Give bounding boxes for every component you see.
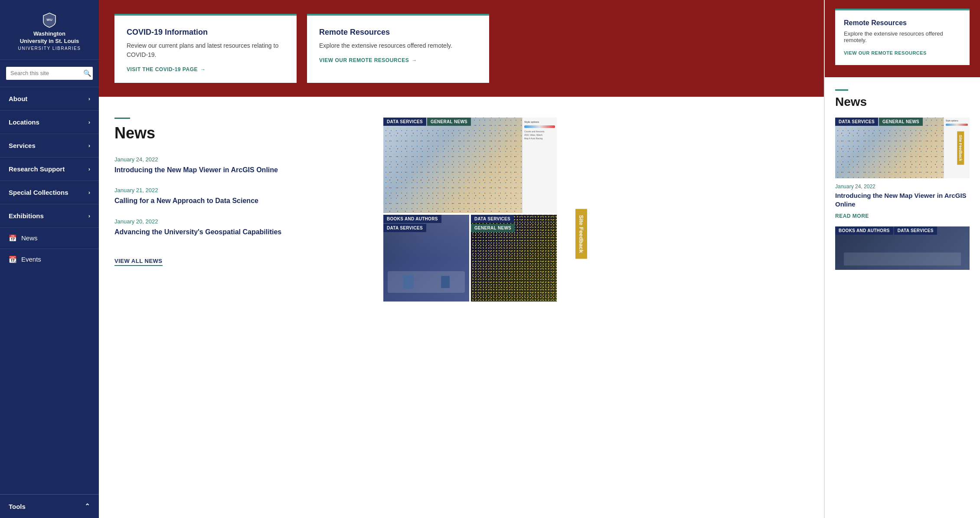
chevron-icon: › xyxy=(88,213,90,219)
right-news-title: Introducing the New Map Viewer in ArcGIS… xyxy=(835,191,970,208)
nav-label-events: Events xyxy=(21,256,41,263)
tag-data-services-2: DATA SERVICES xyxy=(383,224,426,232)
news-heading: News xyxy=(114,124,366,142)
aerial-image-tags: DATA SERVICES GENERAL NEWS xyxy=(471,215,557,232)
search-bar[interactable]: 🔍 xyxy=(6,67,93,80)
news-left-column: News January 24, 2022 Introducing the Ne… xyxy=(114,118,366,302)
news-icon: 📅 xyxy=(9,234,17,242)
right-news-heading: News xyxy=(835,95,970,109)
logo-area: WU Washington University in St. Louis UN… xyxy=(0,0,99,60)
right-news-tags: DATA SERVICES GENERAL NEWS xyxy=(835,118,923,126)
remote-resources-card: Remote Resources Explore the extensive r… xyxy=(307,14,489,83)
nav-item-news[interactable]: 📅 News xyxy=(0,227,99,249)
right-tag-books: BOOKS AND AUTHORS xyxy=(835,226,893,235)
tag-general-news: GENERAL NEWS xyxy=(427,118,471,126)
news-date-3: January 20, 2022 xyxy=(114,218,366,225)
right-tag-general-news: GENERAL NEWS xyxy=(879,118,923,126)
right-tag-data-services-2: DATA SERVICES xyxy=(894,226,937,235)
remote-card-desc: Explore the extensive resources offered … xyxy=(319,41,477,50)
news-right-column: Style options Counts and Amounts2021 Vid… xyxy=(383,118,557,302)
right-news-section: News Style options DATA SERVICES GENERAL… xyxy=(825,77,980,282)
nav-item-research-support[interactable]: Research Support › xyxy=(0,157,99,180)
right-news-item-1: January 24, 2022 Introducing the New Map… xyxy=(835,184,970,220)
news-item-1: January 24, 2022 Introducing the New Map… xyxy=(114,156,366,175)
nav-label-tools: Tools xyxy=(9,503,26,510)
section-accent-bar xyxy=(114,118,130,119)
chevron-icon: › xyxy=(88,189,90,196)
nav-label-locations: Locations xyxy=(9,118,39,126)
remote-card-link[interactable]: VIEW OUR REMOTE RESOURCES xyxy=(319,57,477,63)
news-title-1[interactable]: Introducing the New Map Viewer in ArcGIS… xyxy=(114,165,366,175)
logo-title: Washington xyxy=(9,30,90,38)
covid-card-desc: Review our current plans and latest reso… xyxy=(127,41,284,59)
news-item-3: January 20, 2022 Advancing the Universit… xyxy=(114,218,366,237)
right-news-date: January 24, 2022 xyxy=(835,184,970,190)
tag-data-services-3: DATA SERVICES xyxy=(471,215,514,223)
nav-item-events[interactable]: 📆 Events xyxy=(0,249,99,270)
right-hero-card: Remote Resources Explore the extensive r… xyxy=(835,9,970,65)
nav-item-locations[interactable]: Locations › xyxy=(0,110,99,134)
nav-label-exhibitions: Exhibitions xyxy=(9,212,44,220)
site-feedback-tab[interactable]: Site Feedback xyxy=(575,209,587,259)
right-office-tags: BOOKS AND AUTHORS DATA SERVICES xyxy=(835,226,937,235)
right-accent-bar xyxy=(835,89,848,91)
right-site-feedback[interactable]: Site Feedback xyxy=(957,131,964,165)
nav-label-research-support: Research Support xyxy=(9,165,65,173)
news-bottom-images: BOOKS AND AUTHORS DATA SERVICES DATA SER… xyxy=(383,215,557,302)
tag-general-news-2: GENERAL NEWS xyxy=(471,224,515,232)
chevron-icon: › xyxy=(88,142,90,149)
logo-subtitle: University in St. Louis xyxy=(9,38,90,45)
search-button[interactable]: 🔍 xyxy=(83,69,91,77)
news-section: News January 24, 2022 Introducing the Ne… xyxy=(99,97,824,322)
chevron-icon: › xyxy=(88,119,90,125)
events-icon: 📆 xyxy=(9,256,17,263)
chevron-up-icon: ⌃ xyxy=(85,502,90,510)
main-content: COVID-19 Information Review our current … xyxy=(99,0,824,518)
nav-label-special-collections: Special Collections xyxy=(9,189,69,196)
sidebar-bottom: Tools ⌃ xyxy=(0,494,99,518)
right-news-image-office: BOOKS AND AUTHORS DATA SERVICES xyxy=(835,226,970,270)
view-all-news-link[interactable]: VIEW ALL NEWS xyxy=(114,258,163,266)
news-image-map: Style options Counts and Amounts2021 Vid… xyxy=(383,118,557,213)
remote-card-title: Remote Resources xyxy=(319,28,477,37)
svg-text:WU: WU xyxy=(46,18,52,22)
right-hero-title: Remote Resources xyxy=(844,19,961,27)
nav-item-services[interactable]: Services › xyxy=(0,134,99,157)
right-panel: Remote Resources Explore the extensive r… xyxy=(824,0,980,518)
chevron-icon: › xyxy=(88,166,90,172)
news-image-tags: DATA SERVICES GENERAL NEWS xyxy=(383,118,471,126)
news-image-office: BOOKS AND AUTHORS DATA SERVICES xyxy=(383,215,469,302)
right-banner: Remote Resources Explore the extensive r… xyxy=(825,0,980,77)
nav-label-services: Services xyxy=(9,142,36,149)
hero-banner: COVID-19 Information Review our current … xyxy=(99,0,824,97)
covid-card-title: COVID-19 Information xyxy=(127,28,284,37)
nav-label-about: About xyxy=(9,95,27,102)
nav-item-exhibitions[interactable]: Exhibitions › xyxy=(0,204,99,227)
news-date-1: January 24, 2022 xyxy=(114,156,366,163)
tag-books-authors: BOOKS AND AUTHORS xyxy=(383,215,441,223)
sidebar: WU Washington University in St. Louis UN… xyxy=(0,0,99,518)
nav-item-tools[interactable]: Tools ⌃ xyxy=(0,495,99,518)
nav-item-special-collections[interactable]: Special Collections › xyxy=(0,180,99,204)
news-title-2[interactable]: Calling for a New Approach to Data Scien… xyxy=(114,196,366,206)
nav-label-news: News xyxy=(21,234,38,242)
news-title-3[interactable]: Advancing the University's Geospatial Ca… xyxy=(114,227,366,237)
news-image-aerial: DATA SERVICES GENERAL NEWS xyxy=(471,215,557,302)
covid-card: COVID-19 Information Review our current … xyxy=(114,14,297,83)
search-input[interactable] xyxy=(10,70,83,76)
right-tag-data-services: DATA SERVICES xyxy=(835,118,878,126)
main-nav: About › Locations › Services › Research … xyxy=(0,87,99,270)
nav-item-about[interactable]: About › xyxy=(0,87,99,110)
right-hero-link[interactable]: VIEW OUR REMOTE RESOURCES xyxy=(844,50,927,56)
covid-card-link[interactable]: VISIT THE COVID-19 PAGE xyxy=(127,66,284,72)
office-image-tags: BOOKS AND AUTHORS DATA SERVICES xyxy=(383,215,469,232)
news-date-2: January 21, 2022 xyxy=(114,187,366,193)
news-item-2: January 21, 2022 Calling for a New Appro… xyxy=(114,187,366,206)
tag-data-services: DATA SERVICES xyxy=(383,118,426,126)
right-news-image-map: Style options DATA SERVICES GENERAL NEWS… xyxy=(835,118,970,178)
chevron-icon: › xyxy=(88,95,90,102)
logo-shield-icon: WU xyxy=(42,12,56,28)
logo-libraries: UNIVERSITY LIBRARIES xyxy=(9,46,90,51)
read-more-link[interactable]: READ MORE xyxy=(835,213,869,219)
right-hero-desc: Explore the extensive resources offered … xyxy=(844,30,961,43)
